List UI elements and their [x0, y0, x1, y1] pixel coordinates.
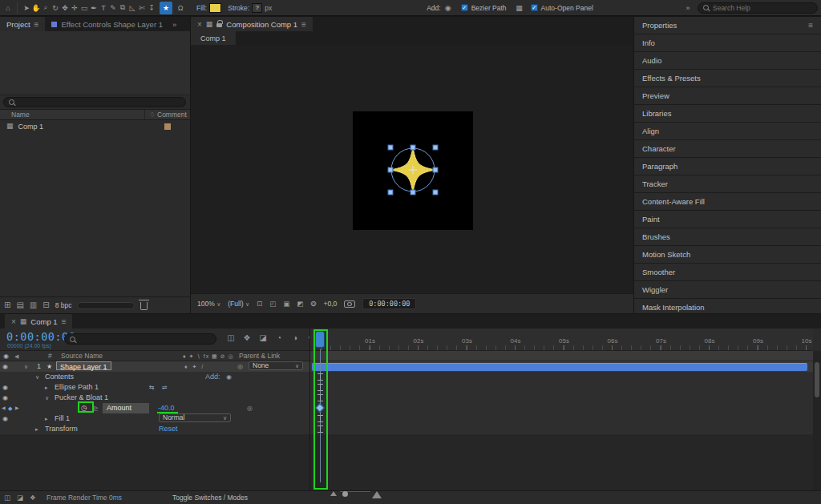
panel-menu-icon[interactable]: ≡	[34, 20, 39, 29]
expander-icon[interactable]: ▸	[45, 413, 48, 424]
property-row-ellipse-path-1[interactable]: ◉ ▸ Ellipse Path 1 ⇆ ⇌	[0, 382, 813, 393]
visibility-eye-icon[interactable]: ◉	[2, 413, 8, 424]
brush-tool-icon[interactable]: ✎	[108, 2, 118, 14]
type-tool-icon[interactable]: T	[99, 2, 108, 14]
reverse-path-direction-icon[interactable]: ⇆	[149, 382, 155, 393]
handle-middle-right[interactable]	[433, 167, 438, 172]
visibility-eye-icon[interactable]: ◉	[2, 382, 8, 393]
frame-blending-button[interactable]: ◔	[274, 334, 284, 342]
stroke-color-swatch[interactable]: ?	[252, 3, 262, 13]
viewer-lock-icon[interactable]	[216, 23, 222, 27]
visibility-eye-icon[interactable]: ◉	[2, 361, 8, 372]
tab-paragraph[interactable]: Paragraph	[634, 158, 821, 175]
zoom-out-mountain-icon[interactable]	[330, 491, 337, 496]
property-row-pucker-bloat-1[interactable]: ◉ ∨ Pucker & Bloat 1	[0, 393, 813, 403]
transform-reset-button[interactable]: Reset	[159, 424, 178, 434]
previous-keyframe-button[interactable]: ◀	[2, 403, 6, 413]
column-source-name-label[interactable]: Source Name	[61, 351, 103, 361]
panel-menu-icon[interactable]: ≡	[301, 20, 306, 29]
tab-brushes[interactable]: Brushes	[634, 228, 821, 245]
tab-smoother[interactable]: Smoother	[634, 264, 821, 280]
layer-duration-bar[interactable]	[312, 363, 807, 371]
tab-wiggler[interactable]: Wiggler	[634, 281, 821, 298]
keyframe-toggle-diamond[interactable]: ◆	[8, 403, 12, 413]
selection-tool-icon[interactable]: ➤	[22, 2, 31, 14]
handle-top-center[interactable]	[410, 145, 415, 150]
draft-3d-button[interactable]: ❖	[242, 334, 252, 342]
expander-icon[interactable]: ▸	[35, 424, 38, 434]
pan-behind-tool-icon[interactable]: ✛	[70, 2, 79, 14]
toggle-switches-modes-button[interactable]: Toggle Switches / Modes	[172, 491, 248, 504]
pen-tool-icon[interactable]: ✒	[89, 2, 99, 14]
tab-libraries[interactable]: Libraries	[634, 105, 821, 122]
scrollbar-thumb[interactable]	[815, 362, 819, 397]
motion-blur-button[interactable]: ◑	[290, 334, 300, 342]
parent-pickwhip-icon[interactable]: ◎	[237, 361, 243, 372]
timeline-zoom-handle[interactable]	[342, 491, 348, 497]
column-comment-label[interactable]: Comment	[157, 111, 187, 119]
group-row-transform[interactable]: ▸ Transform Reset	[0, 424, 813, 434]
color-label-icon[interactable]: ♢	[149, 111, 156, 119]
panel-square-icon[interactable]: ▦	[515, 2, 524, 14]
close-icon[interactable]: ×	[11, 317, 16, 326]
toolbar-overflow-chevrons[interactable]: »	[683, 2, 693, 14]
parent-dropdown[interactable]: None ∨	[249, 361, 303, 370]
region-of-interest-button[interactable]: ▣	[283, 300, 289, 308]
work-area-bar[interactable]	[309, 351, 813, 361]
add-shape-property-button[interactable]: ◉	[443, 2, 453, 14]
composition-mini-flowchart-button[interactable]: ◫	[226, 334, 236, 342]
tab-content-aware-fill[interactable]: Content-Aware Fill	[634, 193, 821, 210]
column-name-label[interactable]: Name	[0, 111, 30, 119]
tab-preview[interactable]: Preview	[634, 87, 821, 104]
handle-top-right[interactable]	[433, 145, 438, 150]
expander-icon[interactable]: ▸	[45, 382, 48, 393]
panel-menu-icon[interactable]: ≡	[808, 21, 813, 30]
column-number-label[interactable]: #	[48, 351, 52, 361]
shape-tool-icon[interactable]: ▭	[79, 2, 89, 14]
new-folder-button[interactable]: ▤	[16, 301, 23, 309]
blend-mode-dropdown[interactable]: Normal ∨	[159, 413, 231, 422]
path-direction-icon[interactable]: ⇌	[162, 382, 168, 393]
project-flowchart-button[interactable]: ⊟	[42, 301, 49, 309]
pan-camera-tool-icon[interactable]: ✥	[60, 2, 70, 14]
property-row-amount[interactable]: ◀ ◆ ▶ ◷ ⊵ Amount -40.0 ◎	[0, 403, 813, 413]
amount-property-label[interactable]: Amount	[103, 403, 149, 413]
handle-bottom-right[interactable]	[433, 190, 438, 195]
expand-transfer-controls-button[interactable]: ◪	[17, 491, 23, 504]
timeline-search-field[interactable]	[64, 333, 216, 345]
expand-av-features-button[interactable]: ◫	[4, 491, 10, 504]
help-search-field[interactable]	[698, 2, 818, 14]
transparency-grid-button[interactable]: ◰	[269, 300, 276, 308]
auto-open-panel-checkbox[interactable]	[531, 4, 538, 11]
tab-character[interactable]: Character	[634, 140, 821, 157]
help-search-input[interactable]	[713, 4, 812, 12]
timeline-tab-comp1[interactable]: × ▦ Comp 1 ≡	[5, 314, 72, 329]
orbit-camera-tool-icon[interactable]: ↻	[51, 2, 60, 14]
panel-menu-icon[interactable]: ≡	[62, 317, 67, 326]
composition-stage[interactable]	[353, 111, 473, 230]
expand-inout-panes-button[interactable]: ❖	[30, 491, 36, 504]
tab-composition[interactable]: × ▦ Composition Comp 1 ≡	[191, 17, 313, 31]
delete-item-button[interactable]	[140, 302, 148, 310]
zoom-tool-icon[interactable]: ⌕	[41, 2, 51, 14]
expander-icon[interactable]: ∨	[45, 393, 49, 403]
interpret-footage-button[interactable]: ⊞	[4, 301, 10, 309]
close-icon[interactable]: ×	[197, 20, 202, 29]
snapshot-camera-icon[interactable]	[344, 300, 355, 308]
tab-project[interactable]: Project ≡	[0, 17, 45, 31]
color-label-swatch[interactable]	[164, 123, 171, 130]
star-shape-tool-icon[interactable]: ★	[160, 2, 172, 14]
tab-info[interactable]: Info	[634, 34, 821, 51]
time-ruler[interactable]: 01s 02s 03s 04s 05s 06s 07s 08s 09s 10s	[309, 329, 813, 351]
composition-canvas[interactable]	[191, 45, 633, 293]
property-row-fill-1[interactable]: ◉ ▸ Fill 1 Normal ∨	[0, 413, 813, 424]
bezier-path-checkbox[interactable]	[461, 4, 468, 11]
handle-bottom-left[interactable]	[388, 190, 393, 195]
tab-effects-presets[interactable]: Effects & Presets	[634, 70, 821, 87]
group-row-contents[interactable]: ∨ Contents Add: ◉	[0, 372, 813, 382]
expander-icon[interactable]: ∨	[24, 361, 28, 372]
handle-middle-left[interactable]	[388, 167, 393, 172]
tab-audio[interactable]: Audio	[634, 52, 821, 69]
tabbar-overflow-chevrons[interactable]: »	[169, 17, 180, 31]
eraser-tool-icon[interactable]: ◺	[127, 2, 137, 14]
